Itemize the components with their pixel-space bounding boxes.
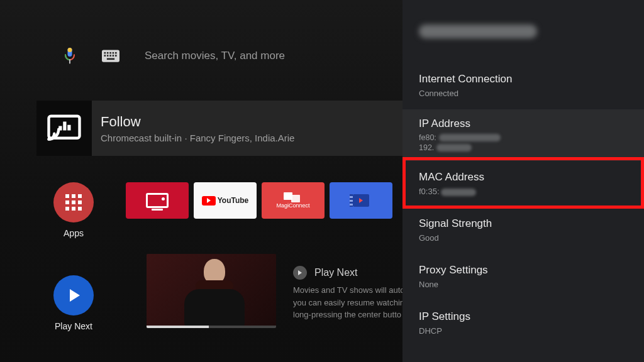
play-next-label: Play Next [53,321,94,331]
magiconnect-label: MagiConnect [276,202,309,209]
network-settings-panel: Internet Connection Connected IP Address… [402,0,644,362]
svg-point-16 [48,136,52,140]
play-next-desc-1: Movies and TV shows will auto [293,284,419,297]
play-icon [70,289,80,302]
magiconnect-icon [284,192,303,200]
tile-magiconnect[interactable]: MagiConnect [262,182,325,219]
tv-icon [146,193,169,208]
play-next-meta: Play Next Movies and TV shows will auto … [293,265,419,321]
play-next-desc-2: you can easily resume watchin [293,297,419,309]
play-next-heading: Play Next [314,265,357,280]
svg-rect-10 [107,55,109,57]
search-row: Search movies, TV, and more [63,47,285,65]
row-signal-strength[interactable]: Signal Strength Good [402,207,644,254]
svg-rect-6 [109,52,111,54]
row-forget-network[interactable]: Forget network [402,347,644,362]
svg-rect-7 [113,52,114,54]
keyboard-icon[interactable] [102,49,119,63]
signal-value: Good [419,233,628,243]
mac-label: MAC Address [419,171,628,184]
apps-button[interactable] [53,182,94,222]
cast-icon [36,101,92,156]
internet-value: Connected [419,89,628,98]
app-tiles-row: YouTube MagiConnect [126,182,392,219]
follow-title: Follow [101,114,294,130]
home-surface: Search movies, TV, and more Follow Chrom… [0,0,402,362]
svg-rect-11 [109,55,111,57]
follow-subtitle: Chromecast built-in · Fancy Fingers, Ind… [101,133,294,143]
youtube-label: YouTube [218,196,249,205]
svg-rect-4 [104,52,106,54]
svg-rect-18 [67,125,70,131]
screen: Search movies, TV, and more Follow Chrom… [0,0,644,362]
row-internet-connection[interactable]: Internet Connection Connected [402,63,644,109]
follow-card[interactable]: Follow Chromecast built-in · Fancy Finge… [36,101,402,156]
proxy-label: Proxy Settings [419,264,628,277]
play-next-button[interactable] [53,275,94,315]
thumbnail-figure [177,259,252,328]
follow-text: Follow Chromecast built-in · Fancy Finge… [92,114,294,143]
tile-tv[interactable] [126,182,189,219]
search-input[interactable]: Search movies, TV, and more [145,50,285,62]
row-ip-settings[interactable]: IP Settings DHCP [402,300,644,347]
play-movies-icon [353,194,369,207]
ip-value-1: fe80: [419,133,628,142]
tile-play-movies[interactable] [330,182,392,219]
proxy-value: None [419,280,628,289]
svg-rect-8 [115,52,117,54]
svg-rect-13 [115,55,117,57]
row-ip-address[interactable]: IP Address fe80: 192. [402,109,644,161]
play-next-mini-icon [293,266,307,280]
youtube-icon: YouTube [202,196,249,206]
svg-rect-12 [113,55,114,57]
microphone-icon[interactable] [63,47,77,65]
signal-label: Signal Strength [419,217,628,230]
svg-rect-5 [107,52,109,54]
svg-rect-9 [104,55,106,57]
network-name-redacted [419,25,537,38]
svg-rect-19 [58,126,62,131]
play-next-desc-3: long-pressing the center butto [293,309,419,321]
mac-value: f0:35: [419,187,628,196]
tile-youtube[interactable]: YouTube [194,182,257,219]
svg-rect-17 [63,122,66,131]
row-proxy-settings[interactable]: Proxy Settings None [402,254,644,300]
apps-grid-icon [65,194,82,211]
svg-rect-14 [107,58,114,60]
ipset-value: DHCP [419,326,628,336]
ipset-label: IP Settings [419,310,628,323]
row-mac-address[interactable]: MAC Address f0:35: [402,161,644,207]
svg-rect-1 [68,48,72,52]
apps-label: Apps [53,228,94,238]
play-next-thumbnail[interactable] [147,254,276,328]
internet-label: Internet Connection [419,73,628,85]
panel-header [402,0,644,63]
ip-value-2: 192. [419,143,628,152]
ip-label: IP Address [419,118,628,130]
